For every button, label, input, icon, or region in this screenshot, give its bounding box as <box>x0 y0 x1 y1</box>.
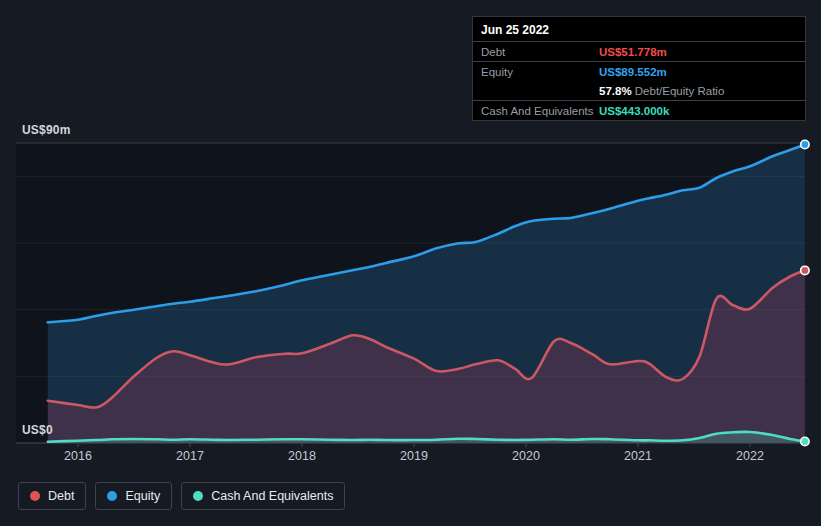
tooltip-equity-label: Equity <box>481 66 599 78</box>
x-axis-tick-label: 2021 <box>624 449 652 463</box>
tooltip-equity-value: US$89.552m <box>599 66 667 78</box>
tooltip-ratio-value: 57.8% Debt/Equity Ratio <box>599 85 724 97</box>
legend-item-debt[interactable]: Debt <box>18 482 86 510</box>
equity-end-marker <box>801 140 809 148</box>
equity-dot-icon <box>107 491 117 501</box>
tooltip-cash-label: Cash And Equivalents <box>481 105 599 117</box>
x-axis-tick-label: 2022 <box>736 449 764 463</box>
legend-cash-label: Cash And Equivalents <box>211 489 333 503</box>
x-axis-tick-label: 2016 <box>64 449 92 463</box>
legend-equity-label: Equity <box>125 489 160 503</box>
hover-tooltip: Jun 25 2022 Debt US$51.778m Equity US$89… <box>472 16 806 121</box>
x-axis-tick-label: 2019 <box>400 449 428 463</box>
cash-dot-icon <box>193 491 203 501</box>
legend-item-equity[interactable]: Equity <box>95 482 172 510</box>
debt-end-marker <box>801 266 809 274</box>
tooltip-row-cash: Cash And Equivalents US$443.000k <box>473 101 805 120</box>
legend: Debt Equity Cash And Equivalents <box>18 482 345 510</box>
debt-dot-icon <box>30 491 40 501</box>
tooltip-debt-value: US$51.778m <box>599 46 667 58</box>
x-axis-tick-label: 2020 <box>512 449 540 463</box>
legend-item-cash[interactable]: Cash And Equivalents <box>181 482 345 510</box>
tooltip-date: Jun 25 2022 <box>473 17 805 42</box>
tooltip-debt-label: Debt <box>481 46 599 58</box>
x-axis-tick-label: 2017 <box>176 449 204 463</box>
debt-equity-history-chart: 2016201720182019202020212022 US$90m US$0… <box>0 0 821 526</box>
cash-end-marker <box>801 437 809 445</box>
tooltip-cash-value: US$443.000k <box>599 105 669 117</box>
y-axis-label-max: US$90m <box>22 123 71 137</box>
tooltip-row-ratio: 57.8% Debt/Equity Ratio <box>473 81 805 101</box>
y-axis-label-zero: US$0 <box>22 423 53 437</box>
x-axis-tick-label: 2018 <box>288 449 316 463</box>
tooltip-row-debt: Debt US$51.778m <box>473 42 805 62</box>
tooltip-row-equity: Equity US$89.552m <box>473 62 805 81</box>
legend-debt-label: Debt <box>48 489 74 503</box>
